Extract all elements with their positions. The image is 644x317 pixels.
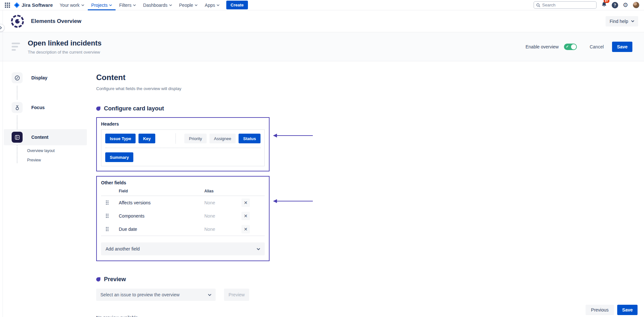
preview-heading: Preview — [104, 276, 126, 283]
section-subtitle: Configure what fields the overview will … — [96, 86, 322, 91]
nav-projects[interactable]: Projects — [88, 0, 116, 10]
notifications-button[interactable]: 9+ — [601, 1, 607, 9]
chevron-down-icon — [631, 20, 634, 22]
drag-handle-icon[interactable] — [106, 214, 119, 218]
step-content[interactable]: Content — [4, 129, 87, 145]
headers-label: Headers — [101, 121, 265, 127]
alias-input[interactable] — [204, 213, 238, 219]
previous-button[interactable]: Previous — [586, 305, 614, 315]
annotation-arrow — [273, 201, 313, 201]
field-chip-priority[interactable]: Priority — [184, 134, 206, 143]
chevron-down-icon — [195, 4, 198, 6]
drag-handle-icon[interactable] — [106, 200, 119, 205]
nav-apps[interactable]: Apps — [201, 0, 223, 10]
overview-description: The description of the current overview — [28, 50, 102, 55]
field-chip-status[interactable]: Status — [239, 134, 261, 143]
content-step-icon — [12, 132, 23, 143]
chevron-down-icon — [109, 4, 112, 6]
chevron-down-icon — [208, 294, 211, 296]
preview-button[interactable]: Preview — [224, 289, 249, 301]
step-label: Focus — [31, 105, 45, 110]
substep-preview[interactable]: Preview — [27, 158, 87, 162]
check-icon: ✓ — [566, 45, 569, 49]
remove-field-button[interactable]: ✕ — [241, 225, 250, 233]
nav-people[interactable]: People — [176, 0, 201, 10]
create-button[interactable]: Create — [226, 1, 248, 9]
footer-save-button[interactable]: Save — [617, 305, 638, 315]
find-help-button[interactable]: Find help — [606, 16, 638, 26]
field-chip-assignee[interactable]: Assignee — [210, 134, 236, 143]
settings-gear-icon[interactable]: ⚙ — [623, 2, 628, 8]
app-header: Elements Overview Find help — [0, 10, 644, 32]
remove-field-button[interactable]: ✕ — [241, 199, 250, 207]
overview-title: Open linked incidents — [28, 39, 102, 47]
enable-overview-label: Enable overview — [526, 44, 559, 49]
step-label: Display — [31, 75, 47, 80]
close-icon: ✕ — [244, 227, 248, 232]
settings-stepper: Display Focus Content Overview layout Pr… — [3, 61, 87, 163]
top-navigation: Jira Software Your work Projects Filters… — [0, 0, 644, 10]
issue-preview-select[interactable]: Select an issue to preview the overview — [96, 289, 216, 301]
no-preview-text: No preview available — [96, 315, 322, 317]
display-step-icon — [12, 72, 23, 83]
stepper-connector — [17, 116, 87, 129]
drag-handle-icon[interactable] — [106, 227, 119, 231]
focus-step-icon — [12, 102, 23, 113]
step-label: Content — [31, 135, 48, 140]
content-substeps: Overview layout Preview — [17, 145, 87, 163]
divider — [101, 236, 265, 236]
header-fields-area: Issue Type Key Priority Assignee Status … — [101, 129, 265, 166]
search-box[interactable] — [534, 1, 597, 9]
nav-your-work[interactable]: Your work — [56, 0, 88, 10]
chevron-down-icon — [81, 4, 84, 6]
page-title: Elements Overview — [31, 18, 81, 25]
card-layout-heading: Configure card layout — [104, 105, 164, 112]
search-input[interactable] — [542, 3, 594, 7]
headers-box: Headers Issue Type Key Priority Assignee… — [96, 117, 270, 171]
user-avatar[interactable] — [633, 2, 639, 8]
add-another-field-select[interactable]: Add another field — [101, 242, 265, 255]
elements-app-icon — [11, 15, 24, 28]
stepper-connector — [17, 86, 87, 99]
overview-header: Open linked incidents The description of… — [0, 32, 644, 61]
close-icon: ✕ — [244, 213, 248, 219]
app-switcher-icon[interactable] — [3, 1, 12, 9]
field-chip-key[interactable]: Key — [138, 134, 155, 143]
remove-field-button[interactable]: ✕ — [241, 212, 250, 220]
section-title-content: Content — [96, 73, 322, 82]
enable-overview-toggle[interactable]: ✓ — [564, 44, 577, 50]
jira-logo[interactable]: Jira Software — [14, 2, 53, 8]
notification-count-badge: 9+ — [604, 0, 609, 3]
column-header-alias: Alias — [204, 189, 241, 193]
content-panel: Content Configure what fields the overvi… — [96, 61, 322, 317]
field-chip-summary[interactable]: Summary — [105, 152, 133, 162]
step-focus[interactable]: Focus — [3, 99, 87, 116]
close-icon: ✕ — [244, 200, 248, 205]
wizard-footer: Previous Save — [586, 305, 638, 315]
alias-input[interactable] — [204, 227, 238, 232]
step-display[interactable]: Display — [3, 70, 87, 86]
dotted-divider — [105, 148, 261, 148]
substep-overview-layout[interactable]: Overview layout — [27, 148, 87, 153]
cancel-button[interactable]: Cancel — [587, 42, 607, 52]
jira-logo-text: Jira Software — [22, 2, 53, 8]
alias-input[interactable] — [204, 200, 238, 205]
nav-dashboards[interactable]: Dashboards — [139, 0, 176, 10]
chevron-down-icon — [169, 4, 172, 6]
overview-description-icon — [12, 43, 20, 51]
field-name: Components — [119, 213, 204, 219]
save-button[interactable]: Save — [612, 42, 632, 52]
other-fields-label: Other fields — [101, 180, 265, 185]
chevron-down-icon — [217, 4, 220, 6]
chevron-down-icon — [257, 248, 260, 250]
other-fields-box: Other fields Field Alias Affects version… — [96, 176, 270, 261]
field-chip-issue-type[interactable]: Issue Type — [105, 134, 136, 143]
field-row-due-date: Due date ✕ — [101, 222, 265, 236]
chevron-down-icon — [133, 4, 136, 6]
field-row-components: Components ✕ — [101, 209, 265, 222]
field-name: Affects versions — [119, 200, 204, 205]
help-icon[interactable]: ? — [612, 2, 618, 8]
field-row-affects-versions: Affects versions ✕ — [101, 196, 265, 209]
nav-filters[interactable]: Filters — [116, 0, 139, 10]
column-header-field: Field — [119, 189, 204, 193]
